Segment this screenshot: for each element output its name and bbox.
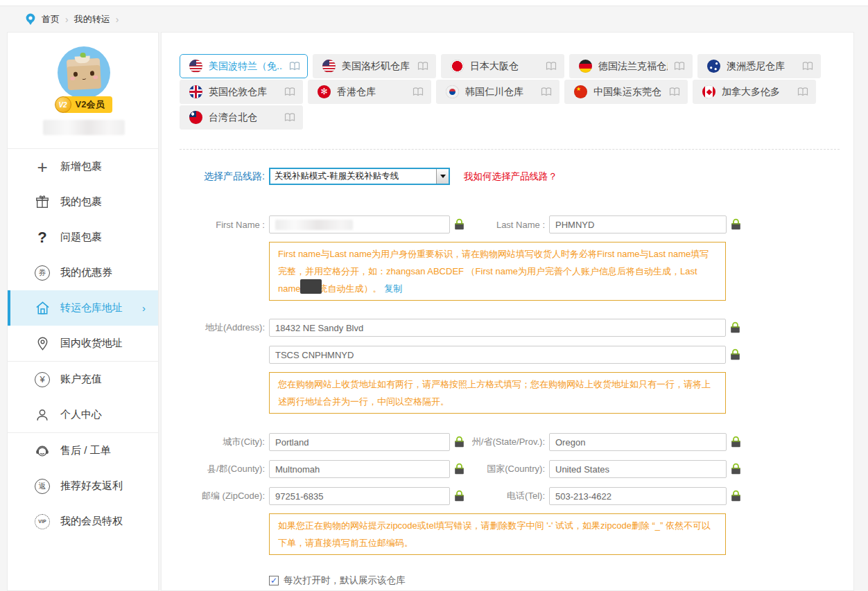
breadcrumb-separator: ›	[116, 14, 119, 25]
breadcrumb-current[interactable]: 我的转运	[74, 13, 110, 26]
tab-warehouse-uk-london[interactable]: 英国伦敦仓库	[180, 80, 303, 104]
county-label: 县/郡(County):	[180, 463, 269, 475]
book-icon[interactable]	[546, 62, 557, 71]
default-warehouse-row: ✓ 每次打开时，默认展示该仓库	[269, 574, 853, 587]
book-icon[interactable]	[541, 87, 552, 96]
name-row: First Name : Last Name : PHMNYD	[180, 215, 853, 233]
sidebar-item-domestic-address[interactable]: 国内收货地址	[8, 326, 158, 361]
flag-us-icon	[322, 60, 336, 73]
zipcode-field[interactable]: 97251-6835	[269, 487, 450, 505]
tab-warehouse-hk[interactable]: 香港仓库	[308, 80, 431, 104]
sidebar-item-aftersales-tickets[interactable]: 售后 / 工单	[8, 433, 158, 468]
copy-icon[interactable]	[454, 463, 465, 475]
flag-us-icon	[189, 60, 202, 73]
county-field[interactable]: Multnomah	[269, 460, 450, 478]
book-icon[interactable]	[797, 87, 808, 96]
sidebar-item-add-package[interactable]: + 新增包裹	[8, 149, 158, 184]
profile-section: V2 V2会员	[8, 33, 159, 148]
tooltip-overlay	[300, 279, 322, 294]
warehouse-icon	[34, 300, 51, 316]
default-warehouse-checkbox[interactable]: ✓	[269, 576, 279, 585]
book-icon[interactable]	[284, 113, 295, 122]
copy-icon[interactable]	[731, 463, 741, 475]
location-pin-icon	[25, 13, 36, 26]
zip-tel-row: 邮编 (ZipCode): 97251-6835 电话(Tel): 503-21…	[180, 487, 853, 505]
product-line-help-link[interactable]: 我如何选择产品线路？	[464, 170, 557, 183]
country-field[interactable]: United States	[549, 460, 727, 478]
package-icon	[34, 195, 51, 210]
tab-warehouse-us-la[interactable]: 美国洛杉矶仓库	[313, 54, 436, 78]
copy-icon[interactable]	[730, 321, 740, 334]
state-field[interactable]: Oregon	[549, 433, 727, 451]
sidebar-item-warehouse-address[interactable]: 转运仓库地址 ›	[8, 290, 158, 326]
city-field[interactable]: Portland	[269, 433, 450, 451]
copy-icon[interactable]	[454, 490, 465, 502]
book-icon[interactable]	[413, 87, 424, 96]
copy-icon[interactable]	[730, 349, 740, 361]
book-icon[interactable]	[669, 87, 680, 96]
breadcrumb-home[interactable]: 首页	[42, 13, 60, 26]
copy-icon[interactable]	[731, 490, 741, 502]
membership-badge: V2 V2会员	[55, 96, 113, 113]
section-divider	[180, 149, 840, 150]
sidebar-item-member-privileges[interactable]: VIP 我的会员特权	[8, 504, 158, 539]
sidebar: V2 V2会员 + 新增包裹 我的包裹 ? 问题包裹 券 我的优惠券 转运仓	[7, 32, 159, 591]
book-icon[interactable]	[289, 62, 300, 71]
sidebar-item-account-recharge[interactable]: ¥ 账户充值	[8, 362, 158, 397]
sidebar-item-referral-rebate[interactable]: 返 推荐好友返利	[8, 468, 158, 504]
product-line-select[interactable]: 关税补贴模式-鞋服关税补贴专线	[269, 168, 450, 185]
book-icon[interactable]	[674, 62, 685, 71]
sidebar-item-my-packages[interactable]: 我的包裹	[8, 184, 158, 220]
tab-warehouse-cn-dongguan[interactable]: 中国集运东莞仓	[564, 80, 688, 104]
country-label: 国家(Country):	[469, 463, 549, 475]
pin-icon	[34, 336, 51, 351]
tab-warehouse-kr-incheon[interactable]: 韩国仁川仓库	[436, 80, 559, 104]
city-state-row: 城市(City): Portland 州/省(State/Prov.): Ore…	[180, 433, 853, 451]
tab-warehouse-tw-taipei[interactable]: 台湾台北仓	[180, 105, 303, 130]
copy-icon[interactable]	[454, 218, 465, 231]
name-notice-box: First name与Last name为用户身份重要标识，请在购物网站填写收货…	[269, 242, 726, 301]
book-icon[interactable]	[417, 62, 428, 71]
tab-warehouse-us-portland[interactable]: 美国波特兰（免...	[180, 54, 308, 78]
tel-field[interactable]: 503-213-4622	[549, 487, 727, 505]
product-line-row: 选择产品线路: 关税补贴模式-鞋服关税补贴专线 我如何选择产品线路？	[180, 168, 853, 185]
book-icon[interactable]	[802, 62, 813, 71]
coupon-icon: 券	[34, 265, 51, 281]
address-row-1: 地址(Address): 18432 NE Sandy Blvd	[180, 319, 853, 337]
county-country-row: 县/郡(County): Multnomah 国家(Country): Unit…	[180, 460, 853, 478]
default-warehouse-label: 每次打开时，默认展示该仓库	[284, 574, 406, 587]
zipcode-label: 邮编 (ZipCode):	[180, 490, 269, 502]
flag-cn-icon	[574, 85, 587, 98]
sidebar-item-my-coupons[interactable]: 券 我的优惠券	[8, 255, 158, 290]
sidebar-item-problem-packages[interactable]: ? 问题包裹	[8, 220, 158, 255]
headset-icon	[34, 443, 51, 459]
copy-icon[interactable]	[731, 218, 741, 231]
username-blurred	[43, 120, 125, 135]
tab-warehouse-ca-toronto[interactable]: 加拿大多伦多	[693, 80, 816, 104]
book-icon[interactable]	[284, 87, 295, 96]
address-line1-field[interactable]: 18432 NE Sandy Blvd	[269, 319, 726, 337]
tab-warehouse-jp-osaka[interactable]: 日本大阪仓	[441, 54, 564, 78]
sidebar-menu: + 新增包裹 我的包裹 ? 问题包裹 券 我的优惠券 转运仓库地址 ›	[8, 148, 158, 539]
tab-warehouse-au-sydney[interactable]: 澳洲悉尼仓库	[697, 54, 821, 78]
address-line2-field[interactable]: TSCS CNPHMNYD	[269, 346, 726, 364]
avatar[interactable]	[58, 46, 110, 99]
sidebar-item-personal-center[interactable]: 个人中心	[8, 397, 158, 432]
select-dropdown-arrow-icon[interactable]	[436, 169, 449, 184]
copy-icon[interactable]	[454, 436, 465, 448]
copy-link[interactable]: 复制	[384, 283, 402, 294]
flag-kr-icon	[446, 85, 459, 98]
flag-jp-icon	[451, 60, 464, 73]
address-label: 地址(Address):	[180, 321, 269, 334]
zipcode-notice-text: 如果您正在购物的网站提示zipcode或tel填写错误，请删除数字中间 '-' …	[278, 520, 711, 548]
flag-tw-icon	[189, 111, 202, 124]
copy-icon[interactable]	[731, 436, 741, 448]
breadcrumb-separator: ›	[65, 14, 69, 25]
address-notice-box: 您在购物网站上收货地址如有两行，请严格按照上方格式填写；您在购物网站上收货地址如…	[269, 372, 726, 414]
first-name-field[interactable]	[269, 215, 450, 233]
tab-warehouse-de-frankfurt[interactable]: 德国法兰克福仓库	[569, 54, 693, 78]
first-name-value-blurred	[275, 220, 353, 230]
main-panel: 美国波特兰（免... 美国洛杉矶仓库 日本大阪仓 德国法兰克福仓库 澳洲悉尼仓库…	[161, 32, 854, 591]
last-name-field[interactable]: PHMNYD	[549, 215, 727, 233]
flag-hk-icon	[318, 85, 331, 98]
